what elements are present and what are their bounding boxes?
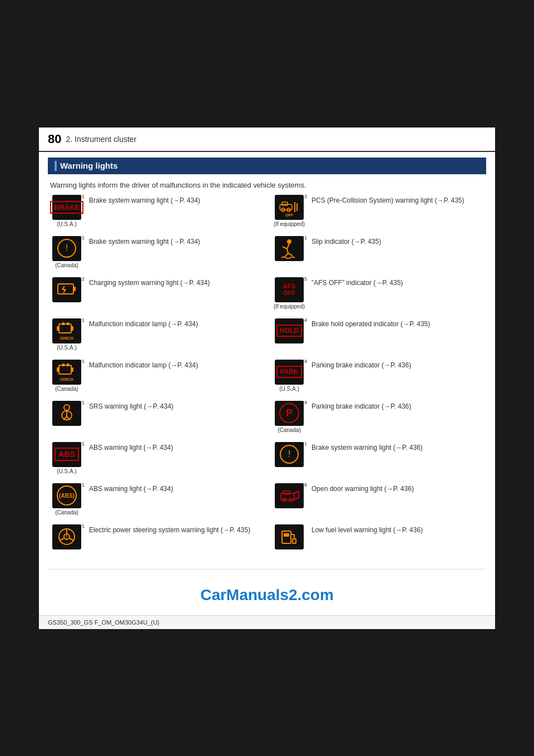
icon-container: *1 ! <box>273 442 306 467</box>
list-item: *1 (ABS) (Canada) ABS warning light (→P.… <box>50 483 261 517</box>
item-description: Parking brake indicator (→P. 436) <box>312 360 484 370</box>
brake-canada-icon: ! <box>57 239 76 258</box>
header-bar: 80 2. Instrument cluster <box>39 127 495 152</box>
item-description: Open door warning light (→P. 436) <box>312 483 484 494</box>
page-number: 80 <box>48 132 61 146</box>
svg-line-45 <box>294 491 299 493</box>
icon-box <box>52 277 81 302</box>
icon-box: BRAKE <box>52 195 81 220</box>
footer-text: GS350_300_GS F_OM_OM30G34U_(U) <box>48 619 160 626</box>
item-description: Electric power steering system warning l… <box>89 524 261 535</box>
item-description: PCS (Pre-Collision System) warning light… <box>312 195 484 205</box>
svg-text:CHECK: CHECK <box>60 336 74 340</box>
item-description: "AFS OFF" indicator (→P. 435) <box>312 277 484 288</box>
svg-rect-7 <box>71 326 73 331</box>
check-usa-icon: CHECK <box>55 320 79 342</box>
icon-box <box>275 524 304 549</box>
icon-container: *1 ABS (U.S.A.) <box>50 442 83 474</box>
svg-line-36 <box>287 244 289 249</box>
icon-label: (U.S.A.) <box>279 386 299 392</box>
svg-line-39 <box>285 253 288 257</box>
icon-label: (If equipped) <box>274 221 305 227</box>
icon-container: *1,4 HOLD <box>273 318 306 343</box>
svg-rect-1 <box>73 287 76 291</box>
icon-box: CHECK <box>52 360 81 385</box>
icon-box <box>52 401 81 426</box>
icon-label: (If equipped) <box>274 303 305 310</box>
item-description: ABS warning light (→P. 434) <box>89 442 261 453</box>
icon-container: *1 BRAKE (U.S.A.) <box>50 195 83 227</box>
icon-box: HOLD <box>275 318 304 343</box>
section-title: Warning lights <box>60 161 118 170</box>
icon-container: *1 (ABS) (Canada) <box>50 483 83 516</box>
svg-rect-6 <box>57 326 59 331</box>
icon-box: P <box>275 401 304 426</box>
svg-line-25 <box>60 538 64 541</box>
icon-label: (Canada) <box>55 509 78 516</box>
svg-text:CHECK: CHECK <box>60 377 74 381</box>
list-item: *1 ! Brake system warning light (→P. 436… <box>273 442 484 475</box>
svg-rect-12 <box>57 367 59 372</box>
content-area: *1 BRAKE (U.S.A.) Brake system warning l… <box>39 195 495 569</box>
abs-canada-icon: (ABS) <box>57 485 77 505</box>
icon-container: *4 P (Canada) <box>273 401 306 433</box>
icon-container: *1 CHECK (U.S.A.) <box>50 318 83 351</box>
icon-box: AFS OFF <box>275 277 304 302</box>
slip-icon <box>277 238 301 259</box>
svg-rect-15 <box>67 364 69 366</box>
list-item: *1,4,5 AFS OFF (If equipped) "AFS OFF" i… <box>273 277 484 311</box>
icon-label: (U.S.A.) <box>57 221 77 227</box>
item-description: Brake system warning light (→P. 434) <box>89 236 261 247</box>
page: 80 2. Instrument cluster Warning lights … <box>39 127 495 629</box>
icon-container: *6 <box>273 483 306 508</box>
charging-icon <box>57 282 77 297</box>
svg-rect-48 <box>282 531 291 543</box>
hold-icon: HOLD <box>276 325 302 337</box>
item-description: Brake hold operated indicator (→P. 435) <box>312 318 484 329</box>
icon-container: *1 ! (Canada) <box>50 236 83 268</box>
intro-text: Warning lights inform the driver of malf… <box>39 179 495 195</box>
svg-text:OFF: OFF <box>285 213 294 217</box>
item-description: Parking brake indicator (→P. 436) <box>312 401 484 411</box>
afs-icon: AFS OFF <box>283 283 295 296</box>
fuel-icon <box>279 527 300 547</box>
list-item: *1 SRS warning light (→P. 434) <box>50 401 261 434</box>
svg-line-26 <box>70 538 74 541</box>
icon-box: CHECK <box>52 318 81 343</box>
svg-line-46 <box>294 498 299 500</box>
list-item: *1 CHECK (Canada) Malfunction indica <box>50 360 261 393</box>
list-item: *1,3 OFF <box>273 195 484 228</box>
icon-label: (Canada) <box>278 427 301 433</box>
svg-rect-53 <box>293 539 296 543</box>
icon-container: *1 ! <box>50 524 83 549</box>
list-item: *1 CHECK (U.S.A.) <box>50 318 261 352</box>
svg-rect-31 <box>282 202 288 205</box>
list-item: *1 ! (Canada) Brake system warning light… <box>50 236 261 269</box>
watermark: CarManuals2.com <box>39 570 495 615</box>
abs-usa-icon: ABS <box>55 448 79 461</box>
icon-label: (U.S.A.) <box>57 468 77 474</box>
svg-line-40 <box>288 253 293 256</box>
brake-usa-icon: BRAKE <box>50 201 83 214</box>
right-column: *1,3 OFF <box>273 195 484 558</box>
icon-container: *1 <box>50 401 83 426</box>
left-column: *1 BRAKE (U.S.A.) Brake system warning l… <box>50 195 261 558</box>
item-description: Malfunction indicator lamp (→P. 434) <box>89 360 261 370</box>
list-item: *1 ! Electric po <box>50 524 261 558</box>
svg-rect-14 <box>62 364 65 366</box>
check-canada-icon: CHECK <box>55 361 79 383</box>
item-description: Charging system warning light (→P. 434) <box>89 277 261 288</box>
svg-rect-49 <box>284 533 289 537</box>
park-canada-icon: P <box>279 403 299 423</box>
icon-container: *4 PARK (U.S.A.) <box>273 360 306 392</box>
srs-icon <box>56 403 78 423</box>
chapter-title: 2. Instrument cluster <box>66 135 136 144</box>
icon-label: (U.S.A.) <box>57 345 77 351</box>
item-description: Slip indicator (→P. 435) <box>312 236 484 247</box>
section-header: Warning lights <box>48 158 486 174</box>
svg-rect-13 <box>71 367 73 372</box>
svg-rect-5 <box>59 324 71 333</box>
list-item: *1 <box>273 236 484 269</box>
icon-box: ! <box>275 442 304 467</box>
svg-line-38 <box>287 249 288 253</box>
